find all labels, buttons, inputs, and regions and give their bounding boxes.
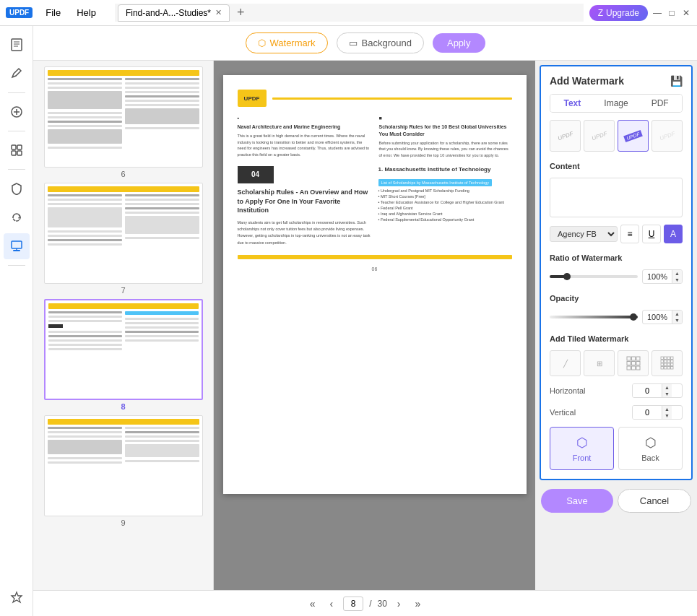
wm-style-2[interactable]: UPDF xyxy=(584,120,615,152)
watermark-label: Watermark xyxy=(270,38,316,48)
wm-style-1[interactable]: UPDF xyxy=(550,120,581,152)
vertical-up[interactable]: ▲ xyxy=(662,406,672,412)
tab-text[interactable]: Text xyxy=(550,95,594,112)
opacity-track[interactable] xyxy=(550,316,638,318)
annotate-icon[interactable] xyxy=(4,61,30,87)
ratio-value: 100% xyxy=(643,271,672,282)
pdf-right-col: ■ Scholarship Rules for the 10 Best Glob… xyxy=(379,116,512,159)
save-btn[interactable]: Save xyxy=(541,489,613,513)
menu-bar: File Help xyxy=(38,4,103,21)
menu-file[interactable]: File xyxy=(38,4,68,21)
svg-rect-23 xyxy=(636,366,640,370)
background-icon: ▭ xyxy=(349,38,358,48)
color-btn[interactable]: A xyxy=(664,225,683,243)
cancel-btn[interactable]: Cancel xyxy=(618,489,691,513)
svg-marker-14 xyxy=(12,592,22,602)
vertical-down[interactable]: ▼ xyxy=(662,412,672,419)
ai-icon[interactable] xyxy=(4,584,30,610)
content-textarea[interactable] xyxy=(550,178,683,217)
thumbnail-8[interactable]: 8 xyxy=(39,299,207,411)
convert-icon[interactable] xyxy=(4,204,30,230)
tab-title: Find-and-A...-Studies* xyxy=(126,8,211,18)
minimize-btn[interactable]: — xyxy=(652,8,662,18)
tab-pdf[interactable]: PDF xyxy=(638,95,682,112)
maximize-btn[interactable]: □ xyxy=(667,8,677,18)
pdf-main-left: 04 Scholarship Rules - An Overview and H… xyxy=(238,166,371,246)
svg-rect-29 xyxy=(664,360,667,363)
align-left-btn[interactable]: ≡ xyxy=(620,225,639,243)
horizontal-input[interactable] xyxy=(633,384,662,397)
pages-icon[interactable] xyxy=(4,32,30,58)
thumbnail-9[interactable]: 9 xyxy=(39,415,207,527)
page-input[interactable] xyxy=(343,597,363,611)
svg-rect-20 xyxy=(636,362,640,365)
back-btn[interactable]: ⬡ Back xyxy=(618,427,683,470)
svg-rect-31 xyxy=(670,360,673,363)
ratio-down[interactable]: ▼ xyxy=(672,277,682,283)
first-page-btn[interactable]: « xyxy=(306,595,320,612)
pdf-logo: UPDF xyxy=(238,90,267,107)
pdf-main-title: Scholarship Rules - An Overview and How … xyxy=(238,188,371,215)
thumb-num-9: 9 xyxy=(121,519,125,527)
panel-save-icon[interactable]: 💾 xyxy=(670,75,683,87)
svg-rect-32 xyxy=(661,363,664,366)
upgrade-btn[interactable]: Z Upgrade xyxy=(589,5,648,21)
right-panel-container: Add Watermark 💾 Text Image PDF UPDF UPDF… xyxy=(535,61,697,590)
tools-icon[interactable] xyxy=(4,233,30,259)
tiled-single[interactable]: ╱ xyxy=(550,350,581,376)
ratio-up[interactable]: ▲ xyxy=(672,270,682,277)
tiled-2x2[interactable]: ⊞ xyxy=(584,350,615,376)
last-page-btn[interactable]: » xyxy=(411,595,425,612)
svg-rect-24 xyxy=(661,357,664,360)
horizontal-up[interactable]: ▲ xyxy=(662,384,672,391)
thumbnail-7[interactable]: 7 xyxy=(39,183,207,295)
ratio-track[interactable] xyxy=(550,275,638,278)
next-page-btn[interactable]: › xyxy=(393,595,405,612)
tab-close[interactable]: ✕ xyxy=(215,8,222,17)
ratio-thumb[interactable] xyxy=(563,273,571,280)
close-btn[interactable]: ✕ xyxy=(681,8,691,18)
horizontal-down[interactable]: ▼ xyxy=(662,391,672,397)
svg-rect-21 xyxy=(627,366,631,370)
horizontal-label: Horizontal xyxy=(550,386,586,395)
total-pages: 30 xyxy=(377,599,386,609)
thumb-img-7 xyxy=(44,183,203,284)
vertical-input[interactable] xyxy=(633,406,662,419)
protect-icon[interactable] xyxy=(4,175,30,201)
apply-btn[interactable]: Apply xyxy=(433,33,485,53)
menu-help[interactable]: Help xyxy=(69,4,103,21)
wm-style-4[interactable]: UPDF xyxy=(651,120,683,152)
background-label: Background xyxy=(362,38,412,48)
svg-rect-15 xyxy=(627,357,631,360)
underline-btn[interactable]: U xyxy=(642,225,661,243)
opacity-up[interactable]: ▲ xyxy=(672,311,682,317)
main-area: ⬡ Watermark ▭ Background Apply xyxy=(0,26,697,616)
background-tab[interactable]: ▭ Background xyxy=(337,32,424,53)
opacity-down[interactable]: ▼ xyxy=(672,317,682,324)
right-col-text: Before submitting your application for a… xyxy=(379,140,512,159)
opacity-thumb[interactable] xyxy=(630,313,637,321)
wm-style-3[interactable]: UPDF xyxy=(618,120,649,152)
front-icon: ⬡ xyxy=(576,435,588,451)
type-tabs: Text Image PDF xyxy=(550,94,683,113)
front-btn[interactable]: ⬡ Front xyxy=(550,427,614,470)
vertical-arrows: ▲ ▼ xyxy=(662,406,672,419)
thumb-num-7: 7 xyxy=(121,286,125,295)
svg-rect-30 xyxy=(667,360,670,363)
watermark-tab[interactable]: ⬡ Watermark xyxy=(246,32,328,53)
action-row: Save Cancel xyxy=(535,485,697,517)
tab-image[interactable]: Image xyxy=(594,95,638,112)
active-tab[interactable]: Find-and-A...-Studies* ✕ xyxy=(118,4,230,22)
font-select[interactable]: Agency FB xyxy=(550,226,618,242)
edit-icon[interactable] xyxy=(4,99,30,125)
new-tab-btn[interactable]: + xyxy=(233,4,249,22)
opacity-value-box: 100% ▲ ▼ xyxy=(642,310,683,324)
app-logo: UPDF xyxy=(6,7,33,18)
tiled-4x4[interactable] xyxy=(651,350,683,376)
thumbnail-6[interactable]: 6 xyxy=(39,66,207,178)
left-sidebar xyxy=(0,26,33,616)
toolbar: ⬡ Watermark ▭ Background Apply xyxy=(33,26,697,61)
prev-page-btn[interactable]: ‹ xyxy=(325,595,337,612)
tiled-3x3[interactable] xyxy=(618,350,649,376)
organize-icon[interactable] xyxy=(4,137,30,163)
